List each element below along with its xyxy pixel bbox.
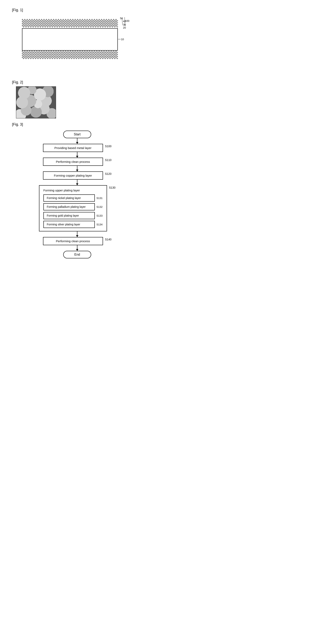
fig3-section: [Fig. 3] Start Providing based metal lay…: [12, 122, 142, 258]
sub-s132-text: Forming palladium plating layer: [47, 205, 86, 208]
sub-s131-row: Forming nickel plating layer S131: [44, 194, 102, 202]
step-s100-label: S100: [105, 144, 112, 148]
fig2-section: [Fig. 2]: [12, 80, 142, 118]
fig2-container: [16, 86, 142, 118]
step-s110-row: Performing clean process S110: [43, 158, 112, 166]
svg-text:50: 50: [120, 17, 123, 20]
sub-s132-label: S132: [96, 206, 102, 208]
step-s120-label: S120: [105, 172, 112, 176]
fig1-section: [Fig. 1]: [12, 8, 142, 72]
step-s140-box: Performing clean process: [43, 237, 103, 245]
step-s110-text: Performing clean process: [56, 160, 90, 164]
arrow4: [77, 180, 78, 185]
arrow3: [77, 166, 78, 172]
sub-s134-box: Forming silver plating layer: [44, 221, 95, 228]
step-s130-outer-box: Forming upper plating layer Forming nick…: [39, 185, 107, 232]
sub-s134-label: S134: [96, 223, 102, 226]
fig2-image: [16, 86, 56, 118]
step-s130-title: Forming upper plating layer: [44, 188, 102, 192]
arrowhead3: [76, 170, 78, 172]
step-s120-text: Forming copper plating layer: [54, 174, 92, 177]
arrowhead2: [76, 156, 78, 158]
arrowhead4: [76, 184, 78, 185]
fig1-label: [Fig. 1]: [12, 8, 142, 12]
step-s120-box: Forming copper plating layer: [43, 172, 103, 180]
sub-s133-label: S133: [96, 214, 102, 217]
step-s140-row: Performing clean process S140: [43, 237, 112, 245]
sub-s132-row: Forming palladium plating layer S132: [44, 203, 102, 210]
sub-s131-text: Forming nickel plating layer: [47, 196, 81, 200]
start-node: Start: [63, 130, 91, 138]
step-s100-text: Providing based metal layer: [54, 146, 92, 150]
sub-s134-row: Forming silver plating layer S134: [44, 221, 102, 228]
arrowhead1: [76, 142, 78, 144]
arrow5: [77, 232, 78, 237]
fig2-label: [Fig. 2]: [12, 80, 142, 84]
svg-rect-1: [22, 28, 22, 50]
fig2-image-inner: [16, 86, 56, 118]
svg-text:100: 100: [125, 20, 130, 22]
step-s120-row: Forming copper plating layer S120: [43, 172, 112, 180]
end-node: End: [63, 251, 91, 258]
fig3-label: [Fig. 3]: [12, 122, 142, 126]
step-s140-label: S140: [105, 237, 112, 241]
svg-text:20: 20: [123, 26, 126, 29]
sub-s131-box: Forming nickel plating layer: [44, 194, 95, 202]
sub-s133-text: Forming gold plating layer: [47, 214, 79, 217]
sub-s132-box: Forming palladium plating layer: [44, 203, 95, 210]
fig1-svg: 50 40 100 30 20 10: [16, 14, 132, 72]
sub-s133-box: Forming gold plating layer: [44, 212, 95, 219]
step-s130-row: Forming upper plating layer Forming nick…: [39, 185, 116, 232]
sub-s133-row: Forming gold plating layer S133: [44, 212, 102, 219]
step-s140-text: Performing clean process: [56, 240, 90, 243]
step-s110-label: S110: [105, 158, 112, 162]
fig1-diagram: 50 40 100 30 20 10: [16, 14, 128, 72]
arrowhead6: [76, 249, 78, 251]
start-label: Start: [63, 130, 91, 138]
svg-rect-2: [118, 28, 118, 50]
arrow1: [77, 138, 78, 144]
svg-rect-0: [22, 28, 118, 28]
step-s100-box: Providing based metal layer: [43, 144, 103, 152]
sub-s134-text: Forming silver plating layer: [47, 223, 80, 226]
svg-text:10: 10: [121, 38, 124, 41]
end-label: End: [63, 251, 91, 258]
sub-s131-label: S131: [96, 196, 102, 200]
step-s130-label: S130: [109, 185, 116, 189]
arrow2: [77, 152, 78, 158]
arrowhead5: [76, 235, 78, 237]
svg-rect-3: [22, 50, 118, 50]
step-s100-row: Providing based metal layer S100: [43, 144, 112, 152]
step-s110-box: Performing clean process: [43, 158, 103, 166]
arrow6: [77, 245, 78, 251]
svg-text:30: 30: [123, 23, 126, 26]
